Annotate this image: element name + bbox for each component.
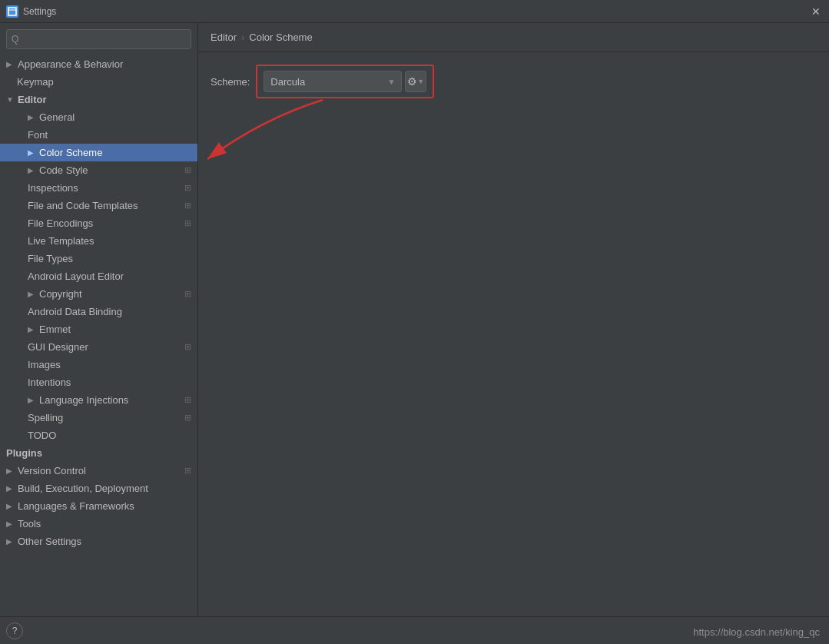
search-box[interactable]: Q <box>6 29 191 49</box>
sidebar-item-android-layout-editor[interactable]: Android Layout Editor <box>0 267 197 285</box>
sidebar-item-label: Copyright <box>39 288 82 300</box>
sidebar-item-plugins[interactable]: Plugins <box>0 444 197 462</box>
settings-icon: ⊞ <box>184 183 191 193</box>
sidebar-item-label: Tools <box>18 518 41 529</box>
chevron-down-icon: ▼ <box>387 78 395 86</box>
sidebar-item-label: Android Data Binding <box>28 306 122 317</box>
sidebar-item-color-scheme[interactable]: Color Scheme <box>0 144 197 161</box>
schema-section: Scheme: Darcula ▼ ⚙ ▼ <box>198 52 829 120</box>
sidebar-item-label: Other Settings <box>18 536 81 547</box>
window-title: Settings <box>23 6 56 17</box>
sidebar-item-label: Intentions <box>28 377 71 388</box>
sidebar-item-label: Plugins <box>6 447 42 459</box>
sidebar-item-intentions[interactable]: Intentions <box>0 373 197 391</box>
sidebar-item-copyright[interactable]: Copyright ⊞ <box>0 285 197 303</box>
collapse-icon <box>6 95 15 105</box>
settings-icon: ⊞ <box>184 165 191 175</box>
sidebar-item-label: Live Templates <box>28 235 94 247</box>
sidebar-item-label: Editor <box>18 94 47 105</box>
settings-icon: ⊞ <box>184 342 191 352</box>
settings-icon: ⊞ <box>184 466 191 476</box>
settings-icon: ⊞ <box>184 218 191 228</box>
app-icon <box>6 5 18 18</box>
watermark: https://blog.csdn.net/king_qc <box>693 626 820 638</box>
sidebar-item-label: Appearance & Behavior <box>18 58 123 70</box>
sidebar-item-label: Languages & Frameworks <box>18 500 134 512</box>
sidebar-item-label: Build, Execution, Deployment <box>18 483 148 494</box>
help-button[interactable]: ? <box>6 622 23 639</box>
schema-dropdown[interactable]: Darcula ▼ <box>264 71 402 92</box>
sidebar-item-todo[interactable]: TODO <box>0 427 197 444</box>
sidebar-item-android-data-binding[interactable]: Android Data Binding <box>0 303 197 320</box>
collapse-icon <box>6 466 15 476</box>
sidebar-item-other-settings[interactable]: Other Settings <box>0 533 197 550</box>
settings-icon: ⊞ <box>184 289 191 299</box>
gear-dropdown-icon: ▼ <box>417 78 424 85</box>
sidebar-item-label: Color Scheme <box>39 147 102 158</box>
schema-value: Darcula <box>270 76 383 88</box>
sidebar-item-label: Emmet <box>39 324 71 335</box>
sidebar-item-label: Font <box>28 129 48 141</box>
sidebar-item-code-style[interactable]: Code Style ⊞ <box>0 161 197 179</box>
sidebar-item-images[interactable]: Images <box>0 356 197 373</box>
bottom-bar: ? https://blog.csdn.net/king_qc <box>0 616 829 644</box>
sidebar-item-general[interactable]: General <box>0 108 197 126</box>
sidebar-item-spelling[interactable]: Spelling ⊞ <box>0 409 197 427</box>
schema-label: Scheme: <box>211 76 250 88</box>
schema-control-highlight: Darcula ▼ ⚙ ▼ <box>256 65 434 98</box>
sidebar-item-language-injections[interactable]: Language Injections ⊞ <box>0 391 197 409</box>
sidebar-item-label: GUI Designer <box>28 341 88 353</box>
sidebar-item-label: TODO <box>28 430 56 441</box>
sidebar-item-label: General <box>39 111 75 123</box>
search-icon: Q <box>12 34 18 45</box>
settings-icon: ⊞ <box>184 395 191 405</box>
sidebar-item-editor[interactable]: Editor <box>0 91 197 108</box>
sidebar-item-file-types[interactable]: File Types <box>0 250 197 267</box>
sidebar-item-label: Keymap <box>17 76 54 88</box>
breadcrumb-separator: › <box>241 32 244 43</box>
main-container: Q Appearance & Behavior Keymap Editor Ge… <box>0 23 829 616</box>
collapse-icon <box>28 166 37 175</box>
breadcrumb-current: Color Scheme <box>249 32 312 43</box>
collapse-icon <box>28 113 37 122</box>
collapse-icon <box>6 502 15 511</box>
sidebar-item-keymap[interactable]: Keymap <box>0 73 197 91</box>
settings-icon: ⊞ <box>184 413 191 423</box>
close-button[interactable]: ✕ <box>809 5 823 18</box>
sidebar-item-file-code-templates[interactable]: File and Code Templates ⊞ <box>0 197 197 214</box>
collapse-icon <box>6 60 15 69</box>
gear-icon: ⚙ <box>407 75 417 88</box>
collapse-icon <box>6 484 15 493</box>
breadcrumb-parent: Editor <box>211 32 237 43</box>
collapse-icon <box>28 290 37 299</box>
collapse-icon <box>6 520 15 529</box>
sidebar-item-font[interactable]: Font <box>0 126 197 144</box>
collapse-icon <box>6 537 15 546</box>
sidebar-item-tools[interactable]: Tools <box>0 515 197 533</box>
sidebar-item-label: Spelling <box>28 412 63 423</box>
sidebar-item-gui-designer[interactable]: GUI Designer ⊞ <box>0 338 197 356</box>
collapse-icon <box>28 396 37 405</box>
sidebar-item-label: Inspections <box>28 182 78 194</box>
sidebar-item-emmet[interactable]: Emmet <box>0 320 197 338</box>
sidebar-item-inspections[interactable]: Inspections ⊞ <box>0 179 197 197</box>
sidebar-item-languages-frameworks[interactable]: Languages & Frameworks <box>0 497 197 515</box>
collapse-icon <box>28 325 37 334</box>
sidebar: Q Appearance & Behavior Keymap Editor Ge… <box>0 23 198 616</box>
sidebar-item-label: Images <box>28 359 61 370</box>
sidebar-item-live-templates[interactable]: Live Templates <box>0 232 197 250</box>
sidebar-item-label: Version Control <box>18 465 86 476</box>
sidebar-item-label: Android Layout Editor <box>28 271 124 282</box>
svg-rect-0 <box>8 8 16 15</box>
sidebar-item-label: Language Injections <box>39 394 128 406</box>
title-bar: Settings ✕ <box>0 0 829 23</box>
sidebar-item-build-execution[interactable]: Build, Execution, Deployment <box>0 480 197 497</box>
sidebar-item-appearance[interactable]: Appearance & Behavior <box>0 55 197 73</box>
search-input[interactable] <box>22 34 186 45</box>
schema-row: Scheme: Darcula ▼ ⚙ ▼ <box>211 65 817 98</box>
gear-button[interactable]: ⚙ ▼ <box>405 71 426 92</box>
settings-icon: ⊞ <box>184 201 191 211</box>
sidebar-item-file-encodings[interactable]: File Encodings ⊞ <box>0 214 197 232</box>
sidebar-item-version-control[interactable]: Version Control ⊞ <box>0 462 197 480</box>
sidebar-item-label: File Encodings <box>28 217 93 229</box>
